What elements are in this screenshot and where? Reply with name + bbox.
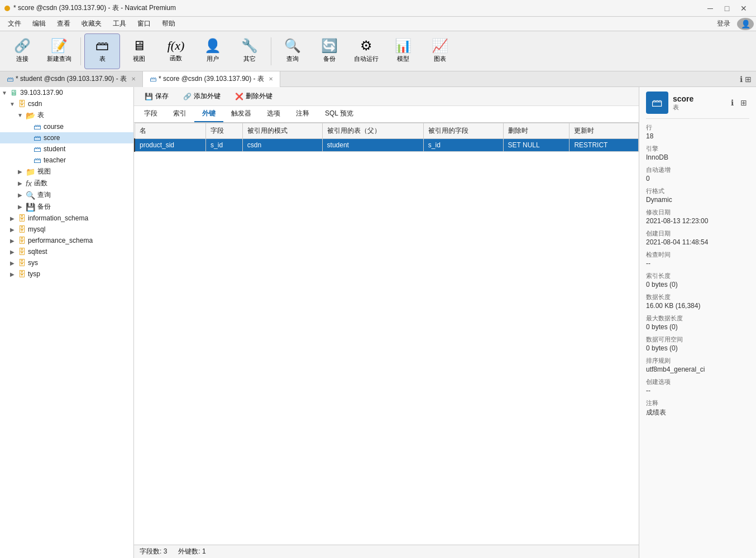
subtab-indexes[interactable]: 索引 bbox=[165, 106, 194, 122]
sidebar-item-functions[interactable]: ▶ fx 函数 bbox=[0, 177, 133, 189]
info-schema-label: information_schema bbox=[28, 214, 88, 222]
subtab-sql-preview[interactable]: SQL 预览 bbox=[317, 106, 361, 122]
sidebar-item-teacher[interactable]: 🗃 teacher bbox=[0, 155, 133, 166]
toolbar-divider-1 bbox=[80, 37, 81, 65]
sidebar-item-views[interactable]: ▶ 📁 视图 bbox=[0, 166, 133, 177]
functions-label: 函数 bbox=[34, 179, 47, 188]
sidebar-item-performance-schema[interactable]: ▶ 🗄 performance_schema bbox=[0, 235, 133, 246]
cell-ref-schema[interactable]: csdn bbox=[242, 139, 322, 152]
prop-label-rows: 行 bbox=[646, 123, 749, 132]
cell-name[interactable]: product_sid bbox=[135, 139, 206, 152]
sidebar-item-sys[interactable]: ▶ 🗄 sys bbox=[0, 257, 133, 268]
subtab-triggers[interactable]: 触发器 bbox=[223, 106, 259, 122]
toolbar-query[interactable]: 🔍 查询 bbox=[275, 33, 310, 69]
statusbar: 字段数: 3 外键数: 1 bbox=[134, 545, 639, 558]
minimize-button[interactable]: ─ bbox=[702, 2, 718, 15]
cell-ref-field[interactable]: s_id bbox=[423, 139, 503, 152]
grid-icon[interactable]: ⊞ bbox=[745, 75, 752, 84]
sidebar-item-information-schema[interactable]: ▶ 🗄 information_schema bbox=[0, 213, 133, 224]
sidebar-item-tysp[interactable]: ▶ 🗄 tysp bbox=[0, 268, 133, 280]
cell-on-update[interactable]: RESTRICT bbox=[570, 139, 639, 152]
login-button[interactable]: 登录 bbox=[712, 18, 735, 30]
toolbar-backup[interactable]: 🔄 备份 bbox=[312, 33, 347, 69]
toolbar-autorun[interactable]: ⚙ 自动运行 bbox=[348, 33, 384, 69]
sys-label: sys bbox=[28, 259, 38, 267]
save-button[interactable]: 💾 保存 bbox=[138, 89, 175, 103]
toolbar: 🔗 连接 📝 新建查询 🗃 表 🖥 视图 f(x) 函数 👤 用户 🔧 其它 🔍… bbox=[0, 31, 756, 71]
subtab-comment[interactable]: 注释 bbox=[288, 106, 317, 122]
prop-value-indexlen: 0 bytes (0) bbox=[646, 281, 749, 288]
table-row[interactable]: product_sid s_id csdn student s_id SET N… bbox=[135, 139, 639, 152]
prop-label-created: 创建日期 bbox=[646, 229, 749, 238]
titlebar: * score @csdn (39.103.137.90) - 表 - Navi… bbox=[0, 0, 756, 17]
table-header-row: 名 字段 被引用的模式 被引用的表（父） 被引用的字段 删除时 更新时 bbox=[135, 123, 639, 139]
menu-help[interactable]: 帮助 bbox=[156, 17, 181, 30]
sidebar-item-server[interactable]: ▼ 🖥 39.103.137.90 bbox=[0, 87, 133, 98]
sidebar-item-score[interactable]: 🗃 score bbox=[0, 132, 133, 143]
prop-value-comment: 成绩表 bbox=[646, 408, 749, 417]
menu-favorites[interactable]: 收藏夹 bbox=[76, 17, 107, 30]
user-icon: 👤 bbox=[204, 39, 221, 52]
subtab-fk[interactable]: 外键 bbox=[194, 106, 223, 122]
titlebar-controls[interactable]: ─ □ ✕ bbox=[702, 2, 752, 15]
info-icon[interactable]: ℹ bbox=[740, 75, 743, 84]
col-field: 字段 bbox=[206, 123, 243, 139]
toolbar-function[interactable]: f(x) 函数 bbox=[158, 33, 194, 69]
toolbar-view[interactable]: 🖥 视图 bbox=[121, 33, 157, 69]
add-fk-label: 添加外键 bbox=[194, 92, 221, 101]
cell-on-delete[interactable]: SET NULL bbox=[503, 139, 570, 152]
subtab-fields[interactable]: 字段 bbox=[136, 106, 165, 122]
cell-field[interactable]: s_id bbox=[206, 139, 243, 152]
right-panel-grid-icon[interactable]: ⊞ bbox=[738, 97, 749, 108]
student-label: student bbox=[44, 145, 65, 153]
right-panel-icons: ℹ ⊞ bbox=[729, 97, 749, 108]
menu-tools[interactable]: 工具 bbox=[107, 17, 132, 30]
add-fk-button[interactable]: 🔗 添加外键 bbox=[177, 89, 227, 103]
sidebar-item-student[interactable]: 🗃 student bbox=[0, 143, 133, 155]
sqltest-icon: 🗄 bbox=[18, 247, 26, 256]
cell-ref-table[interactable]: student bbox=[322, 139, 423, 152]
menu-view[interactable]: 查看 bbox=[51, 17, 76, 30]
content-area: 💾 保存 🔗 添加外键 ❌ 删除外键 字段 索引 外键 触发器 选项 注释 SQ… bbox=[134, 87, 639, 558]
avatar[interactable]: 👤 bbox=[737, 18, 754, 30]
tab-student[interactable]: 🗃 * student @csdn (39.103.137.90) - 表 ✕ bbox=[0, 71, 143, 87]
toolbar-model[interactable]: 📊 模型 bbox=[385, 33, 421, 69]
sidebar-item-tables[interactable]: ▼ 📂 表 bbox=[0, 109, 133, 121]
toolbar-new-query[interactable]: 📝 新建查询 bbox=[41, 33, 77, 69]
subtab-options[interactable]: 选项 bbox=[259, 106, 288, 122]
tab-score-close[interactable]: ✕ bbox=[269, 76, 273, 82]
queries-icon: 🔍 bbox=[26, 191, 35, 200]
remove-fk-button[interactable]: ❌ 删除外键 bbox=[229, 89, 279, 103]
tabbar: 🗃 * student @csdn (39.103.137.90) - 表 ✕ … bbox=[0, 71, 756, 87]
toolbar-other[interactable]: 🔧 其它 bbox=[232, 33, 267, 69]
subtabbar: 字段 索引 外键 触发器 选项 注释 SQL 预览 bbox=[134, 106, 639, 123]
right-panel-info-icon[interactable]: ℹ bbox=[729, 97, 736, 108]
sidebar-item-course[interactable]: 🗃 course bbox=[0, 121, 133, 132]
toolbar-user[interactable]: 👤 用户 bbox=[195, 33, 231, 69]
sidebar-item-mysql[interactable]: ▶ 🗄 mysql bbox=[0, 224, 133, 235]
score-label: score bbox=[44, 134, 60, 142]
connect-icon: 🔗 bbox=[14, 39, 31, 52]
tab-score-label: * score @csdn (39.103.137.90) - 表 bbox=[159, 74, 264, 84]
prop-label-comment: 注释 bbox=[646, 399, 749, 407]
sidebar-item-csdn[interactable]: ▼ 🗄 csdn bbox=[0, 98, 133, 109]
tab-score[interactable]: 🗃 * score @csdn (39.103.137.90) - 表 ✕ bbox=[143, 71, 280, 87]
toolbar-other-label: 其它 bbox=[243, 55, 256, 63]
toolbar-function-label: 函数 bbox=[170, 54, 182, 62]
tab-student-close[interactable]: ✕ bbox=[131, 76, 136, 82]
toolbar-connect[interactable]: 🔗 连接 bbox=[4, 33, 40, 69]
menu-file[interactable]: 文件 bbox=[2, 17, 27, 30]
close-button[interactable]: ✕ bbox=[736, 2, 752, 15]
tables-arrow: ▼ bbox=[17, 112, 23, 118]
student-icon: 🗃 bbox=[34, 145, 41, 153]
tysp-icon: 🗄 bbox=[18, 270, 26, 278]
sidebar-item-sqltest[interactable]: ▶ 🗄 sqltest bbox=[0, 246, 133, 257]
toolbar-table[interactable]: 🗃 表 bbox=[84, 33, 120, 69]
sidebar-item-queries[interactable]: ▶ 🔍 查询 bbox=[0, 189, 133, 201]
toolbar-chart[interactable]: 📈 图表 bbox=[422, 33, 458, 69]
prop-value-collation: utf8mb4_general_ci bbox=[646, 365, 749, 373]
maximize-button[interactable]: □ bbox=[719, 2, 735, 15]
sidebar-item-backups[interactable]: ▶ 💾 备份 bbox=[0, 201, 133, 213]
menu-window[interactable]: 窗口 bbox=[132, 17, 156, 30]
menu-edit[interactable]: 编辑 bbox=[27, 17, 51, 30]
